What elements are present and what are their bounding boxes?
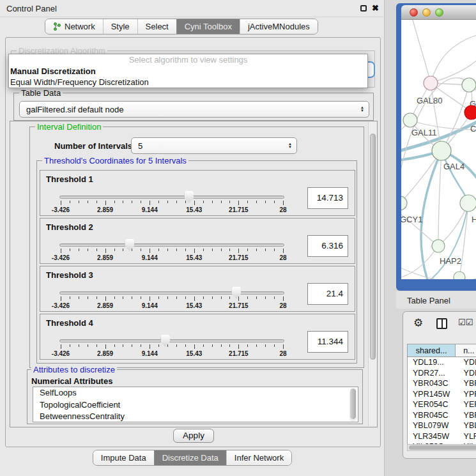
network-edge[interactable] <box>459 203 468 277</box>
network-node-gcy1[interactable] <box>401 196 407 210</box>
tab-select[interactable]: Select <box>137 19 176 34</box>
tick-mark <box>274 296 275 299</box>
node-label-h: H <box>472 215 476 224</box>
attribute-item-betweennesscentrality[interactable]: BetweennessCentrality <box>33 411 358 422</box>
network-node-c[interactable] <box>464 105 476 119</box>
threshold-value-box[interactable]: 6.316 <box>307 235 348 257</box>
table-cell[interactable]: YBR043C <box>408 378 456 389</box>
column-header-shared[interactable]: shared... <box>408 344 456 357</box>
attribute-item-topologicalcoefficient[interactable]: TopologicalCoefficient <box>33 399 358 411</box>
table-row[interactable]: YPR145WYPR145... <box>408 389 476 400</box>
tab-style[interactable]: Style <box>103 19 137 34</box>
threshold-value-box[interactable]: 21.4 <box>307 283 348 305</box>
table-cell[interactable]: YPR145W <box>408 389 456 400</box>
tab-cyni-toolbox[interactable]: Cyni Toolbox <box>176 19 240 34</box>
slider-ticks: -3.4262.8599.14415.4321.71528 <box>61 334 283 358</box>
zoom-traffic-light-icon[interactable] <box>435 8 443 17</box>
table-cell[interactable]: YLR345W <box>408 431 456 442</box>
tick-label: 15.43 <box>186 350 202 357</box>
vertical-scrollbar[interactable] <box>368 122 376 426</box>
threshold-slider[interactable]: -3.4262.8599.14415.4321.71528 <box>59 190 284 214</box>
tick-mark <box>274 344 275 347</box>
network-node-g[interactable] <box>462 78 476 92</box>
network-edge[interactable] <box>413 20 431 83</box>
tick-mark <box>123 296 123 299</box>
num-intervals-combobox[interactable]: 5 ▲▼ <box>131 137 297 154</box>
table-cell[interactable]: YDL19... <box>456 357 476 368</box>
threshold-slider[interactable]: -3.4262.8599.14415.4321.71528 <box>59 286 284 310</box>
table-cell[interactable]: YPR145... <box>456 389 476 400</box>
combo-spinner-icon[interactable]: ▲▼ <box>360 106 364 112</box>
threshold-value-box[interactable]: 11.344 <box>307 331 348 353</box>
list-scrollbar[interactable] <box>349 388 357 422</box>
table-cell[interactable]: YBL079W <box>408 420 456 431</box>
slider-thumb[interactable] <box>160 335 170 347</box>
table-cell[interactable]: YBR043... <box>456 378 476 389</box>
table-row[interactable]: YDR27...YDR27... <box>408 368 476 379</box>
table-row[interactable]: YER054CYER054... <box>408 399 476 410</box>
network-edge[interactable] <box>431 35 476 83</box>
tab-impute-data[interactable]: Impute Data <box>93 450 154 465</box>
network-node-unlabeled[interactable] <box>454 272 465 279</box>
column-header-n[interactable]: n... <box>456 344 476 357</box>
table-row[interactable]: YDL19...YDL19... <box>408 357 476 368</box>
algorithm-option-manual-discretization[interactable]: Manual Discretization <box>9 66 367 77</box>
combo-spinner-icon[interactable]: ▲▼ <box>288 142 292 149</box>
tick-mark <box>265 296 266 299</box>
table-cell[interactable]: YBR045... <box>456 410 476 421</box>
close-traffic-light-icon[interactable] <box>410 8 418 17</box>
group-title: Table Data <box>19 88 63 98</box>
table-data-combobox[interactable]: galFiltered.sif default node ▲▼ <box>19 101 369 118</box>
list-scrollbar-thumb[interactable] <box>350 388 356 419</box>
table-cell[interactable]: YER054C <box>408 399 456 410</box>
threshold-slider[interactable]: -3.4262.8599.14415.4321.71528 <box>59 238 284 262</box>
network-node-gal80[interactable] <box>424 76 438 90</box>
table-cell[interactable]: YBR045C <box>408 410 456 421</box>
network-node-h[interactable] <box>460 195 476 211</box>
close-icon[interactable]: ✖ <box>372 3 379 13</box>
horizontal-scrollbar[interactable] <box>407 444 476 451</box>
horizontal-scrollbar-thumb[interactable] <box>409 445 476 450</box>
tick-mark <box>283 249 284 253</box>
table-cell[interactable]: YDR27... <box>408 368 456 379</box>
apply-button[interactable]: Apply <box>173 429 214 443</box>
network-node-hap2[interactable] <box>432 240 445 252</box>
table-row[interactable]: YLR345WYLR345... <box>408 431 476 442</box>
select-columns-icon[interactable]: ☑☑ <box>458 318 473 327</box>
table-row[interactable]: YBR045CYBR045... <box>408 410 476 421</box>
tab-network[interactable]: Network <box>45 19 103 34</box>
threshold-value-box[interactable]: 14.713 <box>307 187 348 209</box>
tick-label: 15.43 <box>186 206 202 213</box>
algorithm-option-equal-width-frequency-discretization[interactable]: Equal Width/Frequency Discretization <box>9 77 367 88</box>
tick-mark <box>167 249 168 251</box>
tab-infer-network[interactable]: Infer Network <box>226 450 291 465</box>
table-cell[interactable]: YER054... <box>456 399 476 410</box>
network-node-gal4[interactable] <box>432 141 451 160</box>
tick-mark <box>167 344 168 347</box>
numerical-attributes-label: Numerical Attributes <box>31 376 112 386</box>
network-edge[interactable] <box>401 246 438 278</box>
combobox-value: 5 <box>138 141 142 151</box>
tab-discretize-data[interactable]: Discretize Data <box>154 450 226 465</box>
float-window-icon[interactable] <box>360 5 367 12</box>
table-row[interactable]: YBR043CYBR043... <box>408 378 476 389</box>
slider-ticks: -3.4262.8599.14415.4321.71528 <box>61 286 283 310</box>
minimize-traffic-light-icon[interactable] <box>422 8 431 17</box>
network-node-gal11[interactable] <box>403 113 417 127</box>
table-cell[interactable]: YBL079... <box>456 420 476 431</box>
columns-icon[interactable] <box>436 318 447 329</box>
table-cell[interactable]: YDR27... <box>456 368 476 379</box>
threshold-slider[interactable]: -3.4262.8599.14415.4321.71528 <box>59 334 284 358</box>
slider-thumb[interactable] <box>125 239 134 251</box>
network-edge[interactable] <box>438 151 441 246</box>
network-window-titlebar[interactable] <box>401 5 476 20</box>
tab-jactivemnodules[interactable]: jActiveMNodules <box>240 19 318 34</box>
table-row[interactable]: YBL079WYBL079... <box>408 420 476 431</box>
vertical-scrollbar-thumb[interactable] <box>370 134 376 360</box>
attribute-item-selfloops[interactable]: SelfLoops <box>33 387 358 399</box>
gear-icon[interactable]: ⚙ <box>413 316 423 330</box>
network-canvas[interactable]: GAL80GCGAL11GAL4GCY1HHAP2 <box>401 20 476 279</box>
table-cell[interactable]: YDL19... <box>408 357 456 368</box>
slider-thumb[interactable] <box>231 287 241 299</box>
table-cell[interactable]: YLR345... <box>456 431 476 442</box>
